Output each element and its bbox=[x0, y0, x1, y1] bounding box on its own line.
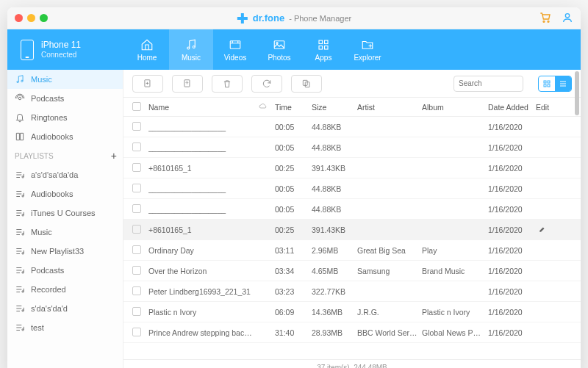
delete-button[interactable] bbox=[212, 75, 243, 93]
nav-apps[interactable]: Apps bbox=[301, 29, 345, 70]
table-row[interactable]: __________________00:0544.88KB1/16/2020 bbox=[123, 137, 581, 158]
svg-rect-8 bbox=[274, 40, 284, 48]
col-name[interactable]: Name bbox=[148, 103, 259, 112]
sidebar-playlist-item[interactable]: iTunes U Courses bbox=[7, 203, 123, 223]
col-edit[interactable]: Edit bbox=[534, 103, 556, 112]
playlists-header-label: PLAYLISTS bbox=[15, 152, 54, 160]
row-checkbox[interactable] bbox=[132, 184, 141, 192]
minimize-window-button[interactable] bbox=[27, 14, 35, 22]
row-checkbox[interactable] bbox=[132, 122, 141, 131]
row-checkbox[interactable] bbox=[132, 286, 141, 295]
playlist-icon bbox=[15, 284, 25, 295]
close-window-button[interactable] bbox=[15, 14, 23, 22]
sidebar-playlist-item[interactable]: Music bbox=[7, 223, 123, 242]
row-checkbox[interactable] bbox=[132, 142, 141, 151]
cell-date: 1/16/2020 bbox=[488, 308, 534, 317]
col-cloud[interactable] bbox=[259, 102, 275, 112]
cell-name: __________________ bbox=[148, 143, 259, 152]
list-view-button[interactable] bbox=[555, 76, 571, 91]
playlist-icon bbox=[15, 227, 25, 237]
sidebar-item-music[interactable]: Music bbox=[7, 70, 123, 89]
cell-size: 4.65MB bbox=[312, 267, 357, 275]
sidebar-playlist-item[interactable]: Podcasts bbox=[7, 261, 123, 280]
app-title: dr.fone - Phone Manager bbox=[237, 12, 351, 24]
sidebar-item-podcasts[interactable]: Podcasts bbox=[7, 89, 123, 108]
svg-point-15 bbox=[21, 80, 23, 82]
svg-point-9 bbox=[276, 42, 278, 43]
cell-name: __________________ bbox=[148, 205, 259, 214]
cell-edit[interactable] bbox=[534, 226, 556, 234]
scrollbar[interactable] bbox=[575, 71, 579, 115]
nav-music[interactable]: Music bbox=[169, 29, 213, 70]
search-box[interactable] bbox=[453, 76, 523, 92]
grid-view-button[interactable] bbox=[539, 76, 555, 91]
device-name: iPhone 11 bbox=[41, 40, 81, 50]
refresh-button[interactable] bbox=[251, 75, 282, 93]
row-checkbox[interactable] bbox=[132, 266, 141, 275]
cell-time: 03:34 bbox=[275, 267, 312, 275]
cart-icon[interactable] bbox=[539, 12, 551, 25]
table-row[interactable]: Peter Lindberg16993_221_3103:23322.77KB1… bbox=[123, 281, 581, 302]
search-input[interactable] bbox=[459, 79, 518, 87]
table-row[interactable]: __________________00:0544.88KB1/16/2020 bbox=[123, 178, 581, 199]
table-row[interactable]: +8610165_100:25391.43KB1/16/2020 bbox=[123, 220, 581, 240]
playlist-icon bbox=[15, 303, 25, 314]
table-row[interactable]: Plastic n Ivory06:0914.36MBJ.R.G.Plastic… bbox=[123, 302, 581, 322]
sidebar-playlist-item[interactable]: Recorded bbox=[7, 280, 123, 299]
cell-time: 00:05 bbox=[275, 143, 312, 152]
cell-name: Ordinary Day bbox=[148, 246, 259, 255]
playlist-icon bbox=[15, 246, 25, 256]
playlist-label: Audiobooks bbox=[31, 190, 74, 198]
row-checkbox[interactable] bbox=[132, 245, 141, 254]
row-checkbox[interactable] bbox=[132, 225, 141, 234]
nav-videos[interactable]: Videos bbox=[213, 29, 257, 70]
sidebar-item-ringtones[interactable]: Ringtones bbox=[7, 108, 123, 127]
row-checkbox[interactable] bbox=[132, 204, 141, 213]
nav-label: Photos bbox=[268, 54, 290, 62]
sidebar-playlist-item[interactable]: s'da's'da'd bbox=[7, 299, 123, 318]
col-size[interactable]: Size bbox=[312, 103, 357, 112]
row-checkbox[interactable] bbox=[132, 307, 141, 316]
row-checkbox[interactable] bbox=[132, 328, 141, 336]
cell-size: 44.88KB bbox=[312, 123, 357, 131]
add-playlist-button[interactable]: + bbox=[111, 150, 117, 162]
sidebar-playlist-item[interactable]: Audiobooks bbox=[7, 184, 123, 203]
cell-time: 00:25 bbox=[275, 164, 312, 173]
device-status: Connected bbox=[41, 51, 81, 59]
dedupe-button[interactable] bbox=[291, 75, 322, 93]
table-row[interactable]: Ordinary Day03:112.96MBGreat Big SeaPlay… bbox=[123, 240, 581, 261]
cell-date: 1/16/2020 bbox=[488, 184, 534, 193]
cell-artist: BBC World Service bbox=[357, 328, 422, 337]
table-row[interactable]: __________________00:0544.88KB1/16/2020 bbox=[123, 199, 581, 220]
col-album[interactable]: Album bbox=[422, 103, 488, 112]
table-row[interactable]: +8610165_100:25391.43KB1/16/2020 bbox=[123, 158, 581, 178]
playlist-label: a's'd'sa'da'da bbox=[31, 170, 78, 179]
col-time[interactable]: Time bbox=[275, 103, 312, 112]
footer-text: 37 item(s), 244.48MB bbox=[317, 364, 387, 368]
music-note-icon bbox=[15, 74, 25, 84]
nav-home[interactable]: Home bbox=[125, 29, 169, 70]
cell-size: 391.43KB bbox=[312, 226, 357, 234]
cell-time: 00:05 bbox=[275, 123, 312, 131]
maximize-window-button[interactable] bbox=[40, 14, 48, 22]
table-row[interactable]: __________________00:0544.88KB1/16/2020 bbox=[123, 117, 581, 137]
nav-label: Home bbox=[137, 54, 157, 62]
export-button[interactable] bbox=[172, 75, 203, 93]
sidebar-item-audiobooks[interactable]: Audiobooks bbox=[7, 127, 123, 146]
row-checkbox[interactable] bbox=[132, 163, 141, 172]
table-row[interactable]: Prince Andrew stepping back fro...31:402… bbox=[123, 322, 581, 343]
table-row[interactable]: Over the Horizon03:344.65MBSamsungBrand … bbox=[123, 261, 581, 281]
col-date[interactable]: Date Added bbox=[488, 103, 534, 112]
device-selector[interactable]: iPhone 11 Connected bbox=[7, 29, 125, 70]
sidebar-playlist-item[interactable]: New Playlist33 bbox=[7, 242, 123, 261]
user-icon[interactable] bbox=[562, 12, 573, 25]
select-all-checkbox[interactable] bbox=[132, 102, 141, 111]
svg-rect-30 bbox=[544, 81, 546, 83]
svg-rect-33 bbox=[548, 84, 550, 87]
nav-explorer[interactable]: Explorer bbox=[345, 29, 390, 70]
nav-photos[interactable]: Photos bbox=[257, 29, 301, 70]
col-artist[interactable]: Artist bbox=[357, 103, 422, 112]
add-button[interactable] bbox=[132, 75, 163, 93]
sidebar-playlist-item[interactable]: test bbox=[7, 318, 123, 337]
sidebar-playlist-item[interactable]: a's'd'sa'da'da bbox=[7, 165, 123, 184]
